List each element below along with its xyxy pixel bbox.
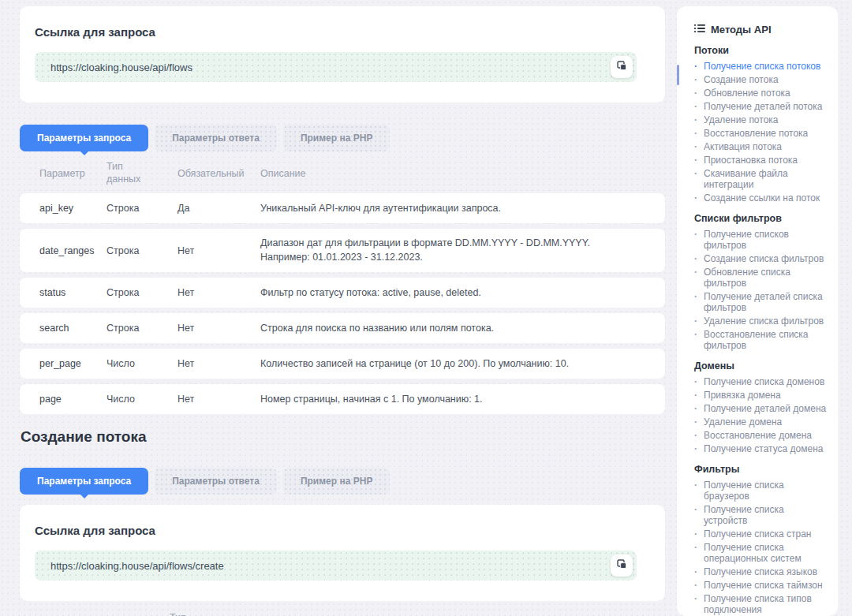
sidebar-item[interactable]: Скачивание файла интеграции <box>694 166 828 191</box>
sidebar-item-label: Удаление списка фильтров <box>704 315 824 327</box>
copy-button[interactable] <box>611 56 633 78</box>
sidebar-item-label: Получение списка доменов <box>704 376 824 387</box>
sidebar-item[interactable]: Удаление потока <box>694 113 828 126</box>
request-url-field[interactable]: https://cloaking.house/api/flows <box>35 52 637 82</box>
sidebar-section-title: Потоки <box>694 44 828 57</box>
param-required: Нет <box>178 394 260 405</box>
sidebar-item-label: Удаление домена <box>704 416 782 427</box>
param-name: page <box>39 394 106 405</box>
param-type: Число <box>106 358 178 369</box>
bullet-icon <box>694 267 704 278</box>
section-title-create-flow: Создание потока <box>21 428 665 446</box>
sidebar-item-label: Привязка домена <box>704 390 781 401</box>
copy-button[interactable] <box>611 554 633 577</box>
sidebar-header: Методы API <box>694 22 828 36</box>
sidebar-item[interactable]: Удаление списка фильтров <box>694 314 828 327</box>
bullet-icon <box>694 192 704 203</box>
bullet-icon <box>694 542 704 553</box>
sidebar-item-label: Создание списка фильтров <box>704 253 824 264</box>
copy-icon <box>617 61 627 73</box>
tab[interactable]: Пример на PHP <box>283 125 390 151</box>
sidebar-item-label: Обновление списка фильтров <box>704 267 828 289</box>
param-type: Число <box>106 394 178 405</box>
param-required: Нет <box>178 358 260 369</box>
param-desc: Фильтр по статусу потока: active, pause,… <box>260 286 641 301</box>
active-item-indicator <box>677 65 679 85</box>
request-url: https://cloaking.house/api/flows <box>50 62 192 73</box>
sidebar-item[interactable]: Обновление списка фильтров <box>694 265 828 289</box>
bullet-icon <box>694 101 704 112</box>
list-icon <box>694 22 705 36</box>
sidebar-title: Методы API <box>711 24 772 35</box>
sidebar-item[interactable]: Получение деталей потока <box>694 99 828 113</box>
request-url-field[interactable]: https://cloaking.house/api/flows/create <box>35 551 637 581</box>
bullet-icon <box>694 504 704 515</box>
bullet-icon <box>694 74 704 85</box>
sidebar-item[interactable]: Восстановление потока <box>694 126 828 140</box>
sidebar-item[interactable]: Получение списка стран <box>694 527 828 540</box>
sidebar-item[interactable]: Получение деталей списка фильтров <box>694 289 828 314</box>
sidebar-item[interactable]: Создание ссылки на поток <box>694 191 828 204</box>
sidebar-item[interactable]: Получение списка браузеров <box>694 478 828 502</box>
sidebar-item[interactable]: Получение статуса домена <box>694 442 828 455</box>
table-row: date_ranges Строка Нет Диапазон дат для … <box>20 229 665 272</box>
table-row: status Строка Нет Фильтр по статусу пото… <box>20 278 665 308</box>
bullet-icon <box>694 291 704 302</box>
sidebar-item[interactable]: Восстановление списка фильтров <box>694 327 828 352</box>
table-row: page Число Нет Номер страницы, начиная с… <box>20 384 665 414</box>
sidebar-item-label: Удаление потока <box>704 114 779 125</box>
sidebar-item[interactable]: Обновление потока <box>694 86 828 99</box>
tab-label: Параметры ответа <box>172 476 260 487</box>
sidebar-item[interactable]: Удаление домена <box>694 415 828 428</box>
tab[interactable]: Параметры ответа <box>155 468 277 495</box>
tabs-group-1: Параметры запроса Параметры ответа Приме… <box>20 125 665 151</box>
sidebar-item-label: Создание потока <box>704 74 779 85</box>
param-required: Нет <box>178 245 260 256</box>
request-link-card-1: Ссылка для запроса https://cloaking.hous… <box>20 6 665 103</box>
sidebar-item[interactable]: Создание потока <box>694 73 828 86</box>
sidebar-item[interactable]: Получение списка устройств <box>694 502 828 527</box>
table-row: per_page Число Нет Количество записей на… <box>20 349 665 379</box>
sidebar-item-label: Получение списка типов подключения <box>704 593 828 615</box>
sidebar-item[interactable]: Приостановка потока <box>694 153 828 166</box>
table-row: api_key Строка Да Уникальный API-ключ дл… <box>20 193 665 223</box>
sidebar-section: Домены Получение списка доменов Привязка… <box>694 360 828 455</box>
param-required: Нет <box>178 323 260 334</box>
bullet-icon <box>694 168 704 179</box>
params-table-2-header: Параметр Тип данных Обязательный Описани… <box>20 601 665 616</box>
col-param: Параметр <box>39 168 106 179</box>
sidebar-item[interactable]: Получение списка потоков <box>694 59 828 73</box>
tab[interactable]: Пример на PHP <box>283 468 390 495</box>
sidebar-item[interactable]: Активация потока <box>694 140 828 153</box>
tab-label: Параметры ответа <box>172 133 260 144</box>
sidebar-item[interactable]: Получение списка типов подключения <box>694 592 828 616</box>
sidebar-item-label: Создание ссылки на поток <box>704 192 820 203</box>
sidebar-item[interactable]: Восстановление домена <box>694 428 828 442</box>
sidebar-item[interactable]: Получение списка языков <box>694 565 828 578</box>
col-type: Тип данных <box>170 612 209 616</box>
sidebar-item-label: Получение списка браузеров <box>704 480 828 502</box>
sidebar-item[interactable]: Получение списка таймзон <box>694 578 828 592</box>
sidebar-item-label: Получение списка устройств <box>704 504 828 526</box>
tab[interactable]: Параметры ответа <box>155 125 277 151</box>
sidebar-item[interactable]: Получение деталей домена <box>694 401 828 415</box>
tab[interactable]: Параметры запроса <box>20 125 148 151</box>
request-url: https://cloaking.house/api/flows/create <box>50 560 224 572</box>
sidebar-item[interactable]: Получение списка операционных систем <box>694 540 828 565</box>
sidebar-item[interactable]: Создание списка фильтров <box>694 252 828 265</box>
sidebar-item-label: Восстановление домена <box>704 430 812 441</box>
param-name: status <box>39 287 106 298</box>
tab[interactable]: Параметры запроса <box>20 468 148 495</box>
col-desc: Описание <box>260 168 641 179</box>
sidebar-item-label: Получение списка таймзон <box>704 580 823 591</box>
card-title: Ссылка для запроса <box>35 524 637 537</box>
bullet-icon <box>694 376 704 387</box>
bullet-icon <box>694 480 704 491</box>
sidebar-item[interactable]: Получение списков фильтров <box>694 227 828 252</box>
param-name: search <box>39 323 106 334</box>
bullet-icon <box>694 566 704 577</box>
sidebar-item[interactable]: Получение списка доменов <box>694 375 828 388</box>
param-type: Строка <box>106 203 178 214</box>
bullet-icon <box>694 315 704 327</box>
sidebar-item[interactable]: Привязка домена <box>694 388 828 401</box>
